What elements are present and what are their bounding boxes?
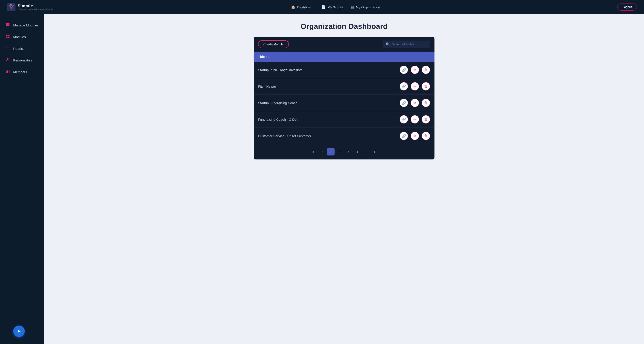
- sidebar-item-manage-modules[interactable]: Manage Modules: [0, 19, 44, 31]
- table-row: Pitch Helper 🔗 ✏ 🗑: [254, 78, 434, 95]
- row-actions: 🔗 ✏ 🗑: [400, 82, 430, 91]
- link-button[interactable]: 🔗: [400, 99, 408, 107]
- svg-point-13: [7, 58, 8, 60]
- link-button[interactable]: 🔗: [400, 82, 408, 91]
- table-column-header: Title ↑↓: [254, 52, 434, 62]
- sidebar-label-members: Members: [13, 70, 27, 74]
- bar-chart-icon: [5, 69, 10, 75]
- brand-name: Simmie: [18, 4, 54, 8]
- table-row: Startup Pitch - Angel Investors 🔗 ✏ 🗑: [254, 62, 434, 78]
- pagination-page-4[interactable]: 4: [354, 148, 361, 156]
- pagination-last[interactable]: »: [371, 148, 379, 156]
- table-body: Startup Pitch - Angel Investors 🔗 ✏ 🗑 Pi…: [254, 62, 434, 144]
- nav-my-organization-label: My Organization: [356, 5, 380, 9]
- main-content: Organization Dashboard Create Module 🔍 T…: [44, 14, 644, 344]
- delete-button[interactable]: 🗑: [422, 99, 430, 107]
- card-header: Create Module 🔍: [254, 37, 434, 52]
- link-button[interactable]: 🔗: [400, 132, 408, 140]
- main-layout: Manage Modules Modules Rubr: [0, 14, 644, 344]
- svg-rect-12: [6, 49, 8, 49]
- fab-icon: ➤: [17, 328, 21, 334]
- sidebar-label-manage-modules: Manage Modules: [13, 23, 38, 27]
- svg-rect-16: [8, 70, 10, 73]
- svg-rect-6: [6, 35, 8, 36]
- logo-icon: [7, 3, 16, 11]
- title-column-label: Title: [258, 55, 265, 59]
- delete-button[interactable]: 🗑: [422, 66, 430, 74]
- table-row: Startup Fundraising Coach 🔗 ✏ 🗑: [254, 95, 434, 111]
- nav-my-organization[interactable]: ▦ My Organization: [351, 5, 380, 9]
- pagination: «‹1234›»: [254, 144, 434, 160]
- title-column-header: Title ↑↓: [258, 55, 269, 59]
- svg-rect-7: [8, 35, 10, 36]
- logo-text: Simmie Interactive Sales Simulations: [18, 4, 54, 10]
- rubrics-icon: [5, 46, 10, 51]
- fab-button[interactable]: ➤: [13, 326, 25, 337]
- header: Simmie Interactive Sales Simulations 🏠 D…: [0, 0, 644, 14]
- svg-rect-5: [6, 23, 10, 24]
- row-title: Startup Pitch - Angel Investors: [258, 68, 302, 72]
- sort-icon: ↑↓: [266, 55, 269, 58]
- table-row: Fundraising Coach - G Dot 🔗 ✏ 🗑: [254, 111, 434, 128]
- sidebar-label-modules: Modules: [13, 35, 26, 39]
- pagination-prev[interactable]: ‹: [318, 148, 326, 156]
- pagination-page-2[interactable]: 2: [336, 148, 344, 156]
- row-actions: 🔗 ✏ 🗑: [400, 99, 430, 107]
- logout-button[interactable]: Logout: [617, 3, 637, 10]
- module-card: Create Module 🔍 Title ↑↓ Startup Pitch -…: [254, 37, 434, 160]
- sidebar-label-rubrics: Rubrics: [13, 47, 24, 50]
- layers-icon: [5, 22, 10, 28]
- row-title: Fundraising Coach - G Dot: [258, 118, 297, 121]
- scripts-icon: 📄: [321, 5, 326, 9]
- svg-rect-3: [6, 25, 10, 26]
- row-title: Startup Fundraising Coach: [258, 101, 297, 105]
- row-actions: 🔗 ✏ 🗑: [400, 66, 430, 74]
- pagination-page-3[interactable]: 3: [345, 148, 352, 156]
- nav-my-scripts[interactable]: 📄 My Scripts: [321, 5, 343, 9]
- svg-rect-9: [8, 36, 10, 38]
- sidebar-item-modules[interactable]: Modules: [0, 31, 44, 43]
- edit-button[interactable]: ✏: [411, 99, 419, 107]
- pagination-next[interactable]: ›: [362, 148, 370, 156]
- edit-button[interactable]: ✏: [411, 115, 419, 124]
- search-box: 🔍: [383, 40, 430, 48]
- sidebar-label-personalities: Personalities: [13, 58, 32, 62]
- delete-button[interactable]: 🗑: [422, 82, 430, 91]
- delete-button[interactable]: 🗑: [422, 132, 430, 140]
- svg-rect-14: [6, 71, 7, 73]
- sidebar-item-rubrics[interactable]: Rubrics: [0, 43, 44, 54]
- delete-button[interactable]: 🗑: [422, 115, 430, 124]
- pagination-first[interactable]: «: [310, 148, 317, 156]
- brand-tagline: Interactive Sales Simulations: [18, 8, 54, 10]
- search-input[interactable]: [392, 42, 427, 46]
- svg-rect-11: [6, 48, 9, 48]
- person-icon: [5, 57, 10, 63]
- pagination-page-1[interactable]: 1: [327, 148, 334, 156]
- edit-button[interactable]: ✏: [411, 66, 419, 74]
- nav-dashboard-label: Dashboard: [297, 5, 313, 9]
- header-nav: 🏠 Dashboard 📄 My Scripts ▦ My Organizati…: [291, 5, 380, 9]
- svg-rect-8: [6, 36, 8, 38]
- search-icon: 🔍: [386, 42, 390, 46]
- nav-dashboard[interactable]: 🏠 Dashboard: [291, 5, 313, 9]
- edit-button[interactable]: ✏: [411, 132, 419, 140]
- svg-rect-10: [6, 47, 9, 47]
- row-actions: 🔗 ✏ 🗑: [400, 115, 430, 124]
- edit-button[interactable]: ✏: [411, 82, 419, 91]
- page-title: Organization Dashboard: [300, 22, 388, 31]
- table-row: Customer Service - Upset Customer 🔗 ✏ 🗑: [254, 128, 434, 144]
- create-module-button[interactable]: Create Module: [258, 40, 289, 48]
- sidebar-item-personalities[interactable]: Personalities: [0, 54, 44, 66]
- row-title: Pitch Helper: [258, 85, 276, 88]
- svg-rect-2: [10, 4, 12, 5]
- sidebar: Manage Modules Modules Rubr: [0, 14, 44, 344]
- grid-icon: [5, 34, 10, 40]
- nav-my-scripts-label: My Scripts: [328, 5, 343, 9]
- sidebar-item-members[interactable]: Members: [0, 66, 44, 78]
- link-button[interactable]: 🔗: [400, 66, 408, 74]
- row-title: Customer Service - Upset Customer: [258, 134, 311, 138]
- row-actions: 🔗 ✏ 🗑: [400, 132, 430, 140]
- link-button[interactable]: 🔗: [400, 115, 408, 124]
- logo: Simmie Interactive Sales Simulations: [7, 3, 54, 11]
- org-icon: ▦: [351, 5, 354, 9]
